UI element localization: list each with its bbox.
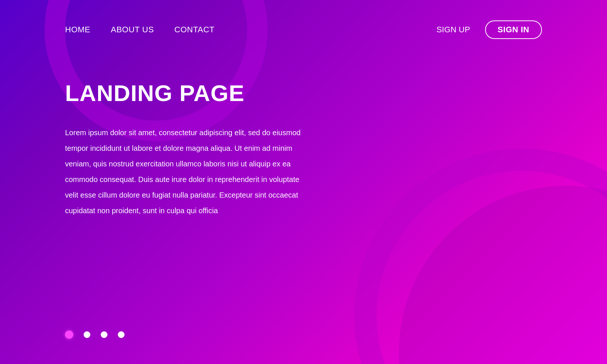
nav-right: SIGN UP SIGN IN	[436, 20, 542, 39]
sign-in-button[interactable]: SIGN IN	[485, 20, 542, 39]
nav-home-link[interactable]: HOME	[65, 25, 90, 35]
nav-contact-link[interactable]: CONTACT	[174, 25, 214, 35]
dot-1[interactable]	[65, 331, 73, 339]
page-background: HOME ABOUT US CONTACT SIGN UP SIGN IN LA…	[0, 0, 607, 364]
dot-4[interactable]	[118, 331, 125, 338]
hero-section: LANDING PAGE Lorem ipsum dolor sit amet,…	[0, 39, 607, 218]
hero-title: LANDING PAGE	[65, 80, 542, 106]
dot-2[interactable]	[84, 331, 90, 338]
dot-3[interactable]	[101, 331, 107, 338]
nav-about-link[interactable]: ABOUT US	[111, 25, 154, 35]
sign-up-link[interactable]: SIGN UP	[436, 25, 470, 35]
hero-body-text: Lorem ipsum dolor sit amet, consectetur …	[65, 125, 303, 218]
pagination-dots	[65, 331, 125, 339]
nav-left: HOME ABOUT US CONTACT	[65, 25, 214, 35]
navbar: HOME ABOUT US CONTACT SIGN UP SIGN IN	[0, 0, 607, 39]
